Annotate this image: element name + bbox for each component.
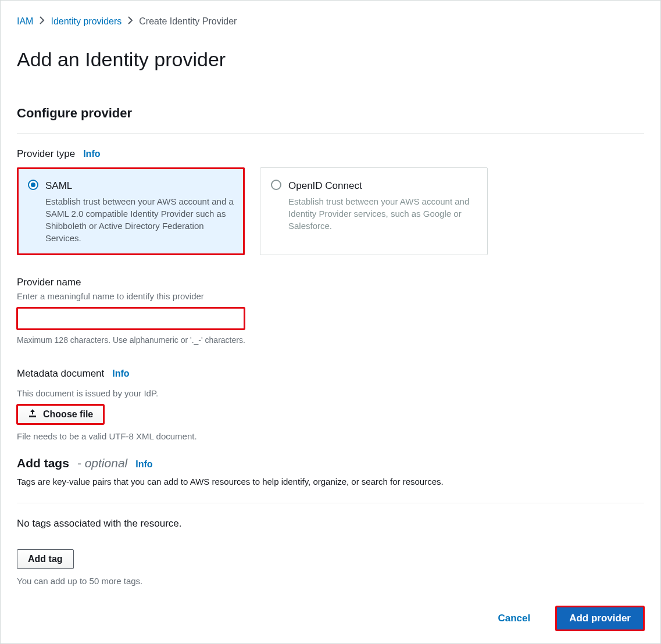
chevron-right-icon [127, 15, 133, 28]
tags-optional-label: - optional [77, 454, 127, 473]
divider [17, 133, 644, 134]
tags-title-row: Add tags - optional Info [17, 454, 644, 473]
provider-type-label-row: Provider type Info [17, 146, 644, 162]
breadcrumb-current: Create Identity Provider [139, 15, 237, 28]
provider-name-section: Provider name Enter a meaningful name to… [17, 275, 644, 346]
radio-card-saml[interactable]: SAML Establish trust between your AWS ac… [17, 167, 245, 256]
add-tag-label: Add tag [28, 554, 63, 564]
provider-type-radio-group: SAML Establish trust between your AWS ac… [17, 167, 644, 256]
tags-helper: You can add up to 50 more tags. [17, 575, 644, 588]
chevron-right-icon [39, 15, 45, 28]
page-container: IAM Identity providers Create Identity P… [0, 0, 661, 644]
provider-name-desc: Enter a meaningful name to identify this… [17, 290, 644, 303]
metadata-section: Metadata document Info This document is … [17, 366, 644, 443]
provider-name-helper: Maximum 128 characters. Use alphanumeric… [17, 334, 644, 346]
choose-file-button[interactable]: Choose file [17, 405, 104, 424]
breadcrumb-link-identity-providers[interactable]: Identity providers [51, 15, 122, 28]
metadata-helper: File needs to be a valid UTF-8 XML docum… [17, 430, 644, 443]
upload-icon [28, 409, 37, 420]
radio-icon [271, 180, 281, 190]
footer-actions: Cancel Add provider [487, 606, 644, 631]
no-tags-text: No tags associated with the resource. [17, 516, 644, 531]
divider [17, 503, 644, 503]
add-tag-button[interactable]: Add tag [17, 549, 74, 569]
radio-icon [28, 180, 38, 190]
breadcrumb-link-iam[interactable]: IAM [17, 15, 33, 28]
provider-name-input[interactable] [17, 307, 245, 330]
provider-type-label: Provider type [17, 146, 75, 162]
radio-card-openid-connect[interactable]: OpenID Connect Establish trust between y… [260, 167, 488, 256]
radio-title-saml: SAML [45, 178, 234, 194]
radio-desc-oidc: Establish trust between your AWS account… [288, 195, 477, 232]
choose-file-label: Choose file [43, 409, 93, 420]
add-provider-button[interactable]: Add provider [556, 606, 644, 631]
provider-name-label: Provider name [17, 275, 644, 290]
cancel-button[interactable]: Cancel [487, 607, 541, 630]
tags-desc: Tags are key-value pairs that you can ad… [17, 475, 644, 489]
metadata-label: Metadata document [17, 366, 104, 381]
tags-title: Add tags [17, 454, 69, 473]
breadcrumb: IAM Identity providers Create Identity P… [17, 15, 644, 28]
info-link-metadata[interactable]: Info [112, 367, 129, 381]
radio-title-oidc: OpenID Connect [288, 178, 477, 194]
info-link-tags[interactable]: Info [135, 457, 152, 471]
radio-desc-saml: Establish trust between your AWS account… [45, 195, 234, 244]
section-title-configure: Configure provider [17, 103, 644, 123]
info-link-provider-type[interactable]: Info [83, 147, 100, 161]
metadata-desc: This document is issued by your IdP. [17, 387, 644, 400]
page-title: Add an Identity provider [17, 45, 644, 74]
